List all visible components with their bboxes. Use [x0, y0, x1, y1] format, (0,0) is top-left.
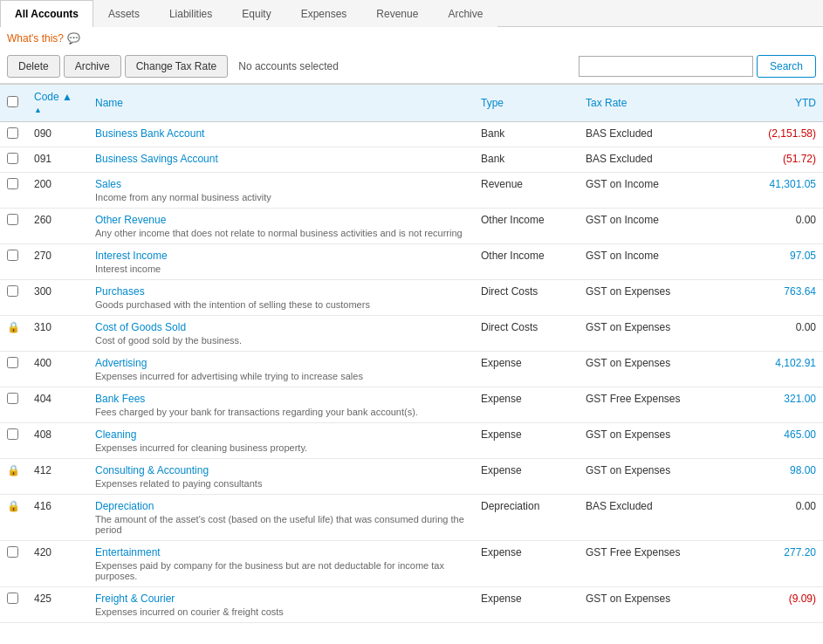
- row-checkbox[interactable]: [7, 393, 18, 404]
- table-row: 🔒412Consulting & AccountingExpenses rela…: [0, 459, 823, 495]
- row-ytd: 98.00: [718, 459, 823, 495]
- row-checkbox[interactable]: [7, 214, 18, 225]
- account-desc: Goods purchased with the intention of se…: [95, 299, 467, 310]
- row-checkbox[interactable]: [7, 357, 18, 368]
- row-checkbox[interactable]: [7, 593, 18, 604]
- table-row: 091Business Savings AccountBankBAS Exclu…: [0, 147, 823, 173]
- change-tax-rate-button[interactable]: Change Tax Rate: [125, 55, 229, 78]
- table-row: 090Business Bank AccountBankBAS Excluded…: [0, 122, 823, 147]
- row-checkbox-cell: 🔒: [0, 459, 27, 495]
- ytd-value: 0.00: [725, 500, 816, 512]
- account-name-link[interactable]: Freight & Courier: [95, 593, 175, 605]
- row-name: Interest IncomeInterest income: [88, 244, 474, 280]
- account-desc: Interest income: [95, 264, 467, 274]
- account-name-link[interactable]: Cost of Goods Sold: [95, 321, 186, 333]
- tab-assets[interactable]: Assets: [93, 0, 154, 27]
- row-name: PurchasesGoods purchased with the intent…: [88, 280, 474, 316]
- account-name-link[interactable]: Purchases: [95, 285, 145, 298]
- row-checkbox-cell: [0, 587, 27, 623]
- ytd-value: 465.00: [725, 428, 816, 441]
- delete-button[interactable]: Delete: [7, 55, 60, 78]
- row-checkbox-cell: [0, 147, 27, 173]
- ytd-value: (9.09): [725, 593, 816, 605]
- row-ytd: (51.72): [718, 147, 823, 173]
- tab-revenue[interactable]: Revenue: [361, 0, 433, 27]
- row-name: DepreciationThe amount of the asset's co…: [88, 495, 474, 541]
- row-checkbox[interactable]: [7, 178, 18, 189]
- whats-this-text: What's this?: [7, 32, 64, 45]
- row-name: Business Savings Account: [88, 147, 474, 173]
- ytd-value: (2,151.58): [725, 127, 816, 140]
- row-name: Cost of Goods SoldCost of good sold by t…: [88, 316, 474, 352]
- row-tax-rate: GST Free Expenses: [579, 541, 718, 587]
- row-type: Bank: [474, 122, 579, 147]
- account-name-link[interactable]: Sales: [95, 178, 121, 190]
- tab-all-accounts[interactable]: All Accounts: [0, 0, 93, 27]
- search-button[interactable]: Search: [757, 55, 816, 78]
- account-name-link[interactable]: Entertainment: [95, 546, 161, 558]
- accounts-table: Code ▲ Name Type Tax Rate YTD 090Busines…: [0, 84, 823, 623]
- select-all-header[interactable]: [0, 85, 27, 122]
- row-type: Revenue: [474, 173, 579, 209]
- col-header-ytd[interactable]: YTD: [718, 85, 823, 122]
- row-code: 270: [27, 244, 88, 280]
- row-type: Expense: [474, 423, 579, 459]
- tab-expenses[interactable]: Expenses: [286, 0, 362, 27]
- account-name-link[interactable]: Cleaning: [95, 428, 136, 441]
- tab-liabilities[interactable]: Liabilities: [154, 0, 227, 27]
- row-name: Consulting & AccountingExpenses related …: [88, 459, 474, 495]
- account-desc: Expenses incurred for cleaning business …: [95, 442, 467, 453]
- row-ytd: 41,301.05: [718, 173, 823, 209]
- ytd-value: 0.00: [725, 214, 816, 226]
- row-tax-rate: GST on Expenses: [579, 316, 718, 352]
- account-name-link[interactable]: Depreciation: [95, 500, 154, 512]
- col-header-code[interactable]: Code ▲: [27, 85, 88, 122]
- tab-equity[interactable]: Equity: [227, 0, 285, 27]
- row-name: EntertainmentExpenses paid by company fo…: [88, 541, 474, 587]
- account-name-link[interactable]: Bank Fees: [95, 393, 145, 405]
- row-tax-rate: GST on Income: [579, 209, 718, 244]
- table-row: 425Freight & CourierExpenses incurred on…: [0, 587, 823, 623]
- row-checkbox-cell: [0, 244, 27, 280]
- row-checkbox[interactable]: [7, 250, 18, 261]
- whats-this-link[interactable]: What's this? 💬: [0, 27, 823, 50]
- account-desc: Any other income that does not relate to…: [95, 228, 467, 238]
- row-checkbox[interactable]: [7, 285, 18, 297]
- ytd-value: 763.64: [725, 285, 816, 298]
- account-name-link[interactable]: Business Savings Account: [95, 153, 218, 165]
- row-checkbox[interactable]: [7, 153, 18, 164]
- col-header-tax[interactable]: Tax Rate: [579, 85, 718, 122]
- table-row: 420EntertainmentExpenses paid by company…: [0, 541, 823, 587]
- row-checkbox-cell: [0, 173, 27, 209]
- row-checkbox[interactable]: [7, 546, 18, 558]
- row-name: SalesIncome from any normal business act…: [88, 173, 474, 209]
- ytd-value: 4,102.91: [725, 357, 816, 369]
- row-type: Other Income: [474, 209, 579, 244]
- row-checkbox[interactable]: [7, 127, 18, 139]
- account-name-link[interactable]: Other Revenue: [95, 214, 166, 226]
- row-ytd: 0.00: [718, 495, 823, 541]
- account-name-link[interactable]: Interest Income: [95, 250, 168, 262]
- col-header-type[interactable]: Type: [474, 85, 579, 122]
- row-ytd: 277.20: [718, 541, 823, 587]
- account-desc: Expenses related to paying consultants: [95, 478, 467, 489]
- col-header-name[interactable]: Name: [88, 85, 474, 122]
- no-selection-label: No accounts selected: [238, 60, 575, 72]
- row-checkbox-cell: [0, 423, 27, 459]
- account-name-link[interactable]: Business Bank Account: [95, 127, 204, 140]
- account-name-link[interactable]: Advertising: [95, 357, 147, 369]
- account-name-link[interactable]: Consulting & Accounting: [95, 464, 209, 476]
- tab-bar: All Accounts Assets Liabilities Equity E…: [0, 0, 823, 27]
- row-ytd: 0.00: [718, 209, 823, 244]
- lock-icon: 🔒: [7, 464, 20, 476]
- tab-archive[interactable]: Archive: [433, 0, 497, 27]
- table-row: 200SalesIncome from any normal business …: [0, 173, 823, 209]
- select-all-checkbox[interactable]: [7, 96, 18, 107]
- row-ytd: 321.00: [718, 387, 823, 423]
- row-type: Expense: [474, 387, 579, 423]
- search-input[interactable]: [579, 56, 753, 77]
- row-type: Bank: [474, 147, 579, 173]
- row-checkbox[interactable]: [7, 428, 18, 440]
- archive-button[interactable]: Archive: [64, 55, 121, 78]
- row-type: Expense: [474, 541, 579, 587]
